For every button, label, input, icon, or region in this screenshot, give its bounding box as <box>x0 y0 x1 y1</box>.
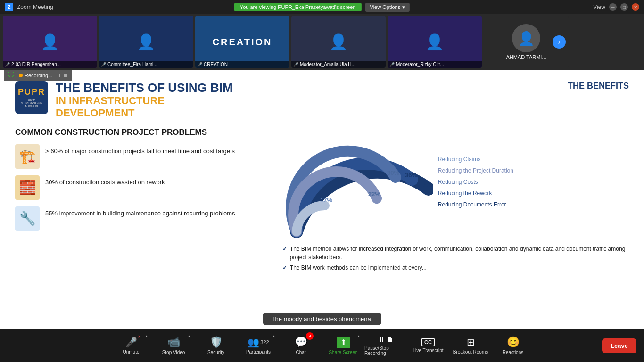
participant-bg-5: 👤 <box>388 16 482 68</box>
share-screen-button[interactable]: ⬆ Share Screen ▲ <box>322 329 364 362</box>
pct-label-22: 22% <box>368 190 380 197</box>
problem-icon-0: 🏗️ <box>15 144 40 169</box>
active-speaker-avatar: 👤 <box>512 24 540 52</box>
participants-label: Participants <box>246 349 271 354</box>
participants-button[interactable]: 👥 322 Participants ▲ <box>237 329 280 362</box>
participant-tile-1[interactable]: 👤 🎤 2-03 DIR.Pengemban... <box>3 16 97 68</box>
legend-item-3: Reducing the Rework <box>438 190 513 197</box>
share-screen-label: Share Screen <box>329 350 357 355</box>
section-title: COMMON CONSTRUCTION PROJECT PROBLEMS <box>15 128 273 137</box>
taskbar: 🎤 ✕ Unmute ▲ 📹 Stop Video ▲ 🛡️ Security … <box>0 329 644 362</box>
participant-tile-5[interactable]: 👤 🎤 Moderator_Rizky Citr... <box>388 16 482 68</box>
participant-bg-3: CREATION <box>195 16 289 68</box>
shield-overlay-icon: 🛡 <box>8 71 15 80</box>
share-screen-inner: ⬆ <box>337 337 350 348</box>
leave-button[interactable]: Leave <box>602 338 636 353</box>
participant-label-1: 🎤 2-03 DIR.Pengemban... <box>3 61 97 68</box>
title-bar-left: Z Zoom Meeting <box>5 3 53 11</box>
video-caret[interactable]: ▲ <box>187 334 191 338</box>
recording-badge: 🛡 Recording... ⏸ ⏹ <box>4 70 72 81</box>
view-label: View <box>593 4 605 10</box>
security-label: Security <box>207 350 224 355</box>
participant-tile-3[interactable]: CREATION 🎤 CREATION <box>195 16 289 68</box>
benefits-heading-block: THE BENEFITS <box>568 81 629 91</box>
slide-subtitle-2: DEVELOPMENT <box>56 107 629 119</box>
participant-label-5: 🎤 Moderator_Rizky Citr... <box>388 61 482 68</box>
breakout-rooms-button[interactable]: ⊞ Breakout Rooms <box>449 329 492 362</box>
note-item-0: ✓ The BIM method allows for increased in… <box>282 245 629 262</box>
rec-dot <box>19 74 23 77</box>
chat-label: Chat <box>296 350 305 355</box>
pause-rec-icon-wrap: ⏸ ⏺ <box>378 336 394 344</box>
next-arrow-button[interactable]: › <box>553 35 566 49</box>
mic-icon-3: 🎤 <box>197 62 202 67</box>
pause-icon: ⏸ <box>378 336 385 344</box>
participants-caret[interactable]: ▲ <box>272 334 276 338</box>
checkmark-0: ✓ <box>282 245 287 262</box>
participants-icon: 👥 <box>248 337 259 348</box>
problem-text-2: 55% improvement in building maintenance … <box>45 206 235 218</box>
zoom-icon: Z <box>5 3 13 11</box>
rec-pause-button[interactable]: ⏸ <box>56 73 61 78</box>
mic-icon-1: 🎤 <box>5 62 10 67</box>
slide-header: PUPR SIAP MEMBANGUN NEGERI THE BENEFITS … <box>15 81 629 119</box>
chat-icon: 💬 <box>295 336 307 348</box>
problem-text-1: 30% of construction costs wasted on rewo… <box>45 175 165 187</box>
breakout-rooms-icon: ⊞ <box>467 337 475 348</box>
maximize-button[interactable]: □ <box>620 3 628 11</box>
bottom-notes: ✓ The BIM method allows for increased in… <box>282 245 629 272</box>
logo-inner: PUPR SIAP MEMBANGUN NEGERI <box>15 81 48 114</box>
pct-label-36: 36% <box>405 172 417 179</box>
chat-button[interactable]: 💬 Chat 9 <box>280 329 322 362</box>
close-button[interactable]: ✕ <box>632 3 639 11</box>
participant-tile-4[interactable]: 👤 🎤 Moderator_Amalia Ula H... <box>291 16 386 68</box>
mic-icon-2: 🎤 <box>101 62 106 67</box>
participant-bg-2: 👤 <box>99 16 193 68</box>
stop-video-button[interactable]: 📹 Stop Video ▲ <box>152 329 195 362</box>
legend-area: Reducing Claims Reducing the Project Dur… <box>433 128 513 208</box>
rec-stop-button[interactable]: ⏹ <box>63 73 68 78</box>
view-options-button[interactable]: View Options ▾ <box>365 3 410 12</box>
chat-badge: 9 <box>306 332 314 340</box>
toast-notification: The moody and besides phenomena. <box>263 313 381 325</box>
note-item-1: ✓ The BIM work methods can be implemente… <box>282 263 629 272</box>
legend-item-0: Reducing Claims <box>438 156 513 163</box>
title-bar-controls: View ─ □ ✕ <box>593 3 639 11</box>
benefits-heading: THE BENEFITS <box>568 81 629 91</box>
security-icon: 🛡️ <box>210 336 223 348</box>
stop-rec-icon: ⏺ <box>386 336 394 344</box>
participants-strip: 👤 🎤 2-03 DIR.Pengemban... 👤 🎤 Committee_… <box>0 14 644 70</box>
legend-item-2: Reducing Costs <box>438 179 513 185</box>
unmute-icon: 🎤 <box>125 337 137 348</box>
pause-recording-button[interactable]: ⏸ ⏺ Pause/Stop Recording <box>364 329 407 362</box>
share-screen-caret[interactable]: ▲ <box>357 334 361 338</box>
active-speaker-tile[interactable]: 👤 AHMAD TARMI... › <box>484 16 569 68</box>
unmute-caret[interactable]: ▲ <box>145 334 149 338</box>
checkmark-1: ✓ <box>282 263 287 272</box>
minimize-button[interactable]: ─ <box>609 3 617 11</box>
slide-area: PUPR SIAP MEMBANGUN NEGERI THE BENEFITS … <box>0 70 644 329</box>
security-button[interactable]: 🛡️ Security <box>195 329 237 362</box>
reactions-button[interactable]: 😊 Reactions <box>492 329 534 362</box>
participant-tile-2[interactable]: 👤 🎤 Committee_Fira Hami... <box>99 16 193 68</box>
slide-main-title: THE BENEFITS OF USING BIM <box>56 81 629 95</box>
stop-video-label: Stop Video <box>162 350 185 355</box>
pct-label-30: 30% <box>387 169 399 176</box>
logo-box: PUPR SIAP MEMBANGUN NEGERI <box>15 81 48 114</box>
legend-item-1: Reducing the Project Duration <box>438 167 513 174</box>
live-transcript-button[interactable]: CC Live Transcript <box>407 329 449 362</box>
chart-container: 61% 36% 30% 22% 17% Reducing Claims Redu… <box>282 128 629 241</box>
pct-label-61: 61% <box>423 181 433 189</box>
mic-slash-icon: ✕ <box>138 335 141 339</box>
unmute-button[interactable]: 🎤 ✕ Unmute ▲ <box>110 329 152 362</box>
reactions-label: Reactions <box>503 350 523 355</box>
note-text-0: The BIM method allows for increased inte… <box>290 245 629 262</box>
title-bar: Z Zoom Meeting You are viewing PUPR_Eka … <box>0 0 644 14</box>
slide-title-block: THE BENEFITS OF USING BIM IN INFRASTRUCT… <box>56 81 629 119</box>
reactions-icon: 😊 <box>507 336 520 348</box>
note-text-1: The BIM work methods can be implemented … <box>290 263 427 272</box>
problem-icon-1: 🧱 <box>15 175 40 200</box>
title-bar-center: You are viewing PUPR_Eka Prasetyawati's … <box>234 3 410 12</box>
app-title: Zoom Meeting <box>17 4 53 10</box>
live-transcript-label: Live Transcript <box>413 348 443 353</box>
